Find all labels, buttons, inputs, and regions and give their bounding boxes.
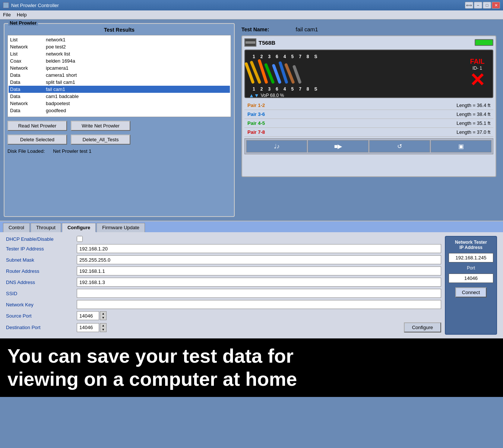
test-list-row[interactable]: Networkbadpoetest [9,100,230,107]
media-button[interactable]: ■▶ [308,140,368,152]
config-form: DHCP Enable/Disable Tester IP Address Su… [6,236,441,335]
read-net-prowler-button[interactable]: Read Net Prowler [7,121,67,131]
primary-buttons: Read Net Prowler Write Net Prowler [7,121,231,131]
app-icon [3,2,9,8]
pair-7-8-value: Length = 37.0 ft [456,129,490,135]
window-maximize-btn[interactable]: □ [483,2,491,9]
main-area: Net Prowler Test Results Listnetwork1Net… [0,19,503,221]
source-port-input[interactable] [77,311,99,320]
menu-file[interactable]: File [3,12,11,18]
test-list-row[interactable]: Datasplit fail cam1 [9,79,230,86]
ssid-input[interactable] [77,289,441,298]
dns-address-label: DNS Address [6,280,73,285]
arrows-icon: ▲▼ [249,92,259,98]
network-key-label: Network Key [6,302,73,307]
test-list-name: ipcamera1 [46,65,69,71]
source-port-spinner: ▲ ▼ [77,311,107,320]
test-list-type: Data [10,108,40,113]
source-port-up[interactable]: ▲ [100,312,106,316]
disk-file-info: Disk File Loaded: Net Prowler test 1 [7,148,231,154]
test-list-name: goodfeed [46,108,66,113]
test-list-type: Data [10,86,40,92]
save-button[interactable]: ▣ [431,140,491,152]
test-list-type: Network [10,101,40,106]
bottom-overlay-text: You can save your test data for viewing … [0,338,503,397]
window-back-btn[interactable]: ⟺ [465,2,473,9]
net-prowler-panel: Net Prowler Test Results Listnetwork1Net… [4,23,235,217]
test-name-value: fail cam1 [296,26,318,32]
test-list-row[interactable]: Listnetwork1 [9,36,230,43]
source-port-down[interactable]: ▼ [100,316,106,320]
test-list-row[interactable]: Datacam1 badcable [9,93,230,100]
test-list-row[interactable]: Coaxbelden 1694a [9,57,230,64]
test-list-row[interactable]: Networkipcamera1 [9,64,230,72]
test-list-type: Network [10,65,40,71]
test-list-row[interactable]: Datacamera1 short [9,72,230,79]
tabs-bar: Control Throuput Configure Firmware Upda… [0,221,503,232]
window-title: Net Prowler Controller [11,3,59,8]
configure-button[interactable]: Configure [404,322,441,332]
battery-indicator [475,39,493,46]
test-list-row[interactable]: Networkpoe test2 [9,43,230,50]
test-list-type: Network [10,44,40,50]
device-type: T568B [244,38,275,47]
pair-1-2-row: Pair 1-2 Length = 36.4 ft [244,101,493,110]
router-address-input[interactable] [77,266,441,275]
device-header: T568B [244,38,493,47]
menu-help[interactable]: Help [17,12,27,18]
pair-3-6-value: Length = 38.4 ft [456,111,490,117]
window-minimize-btn[interactable]: − [474,2,482,9]
refresh-button[interactable]: ↺ [369,140,430,152]
test-list-row[interactable]: Datagoodfeed [9,107,230,114]
delete-selected-button[interactable]: Delete Selected [7,135,67,145]
source-port-row: Source Port ▲ ▼ [6,311,441,320]
tester-ip-input[interactable] [77,244,441,253]
destination-port-down[interactable]: ▼ [100,328,106,332]
test-display-panel: Test Name: fail cam1 T568B 1 2 [238,23,499,217]
subnet-mask-input[interactable] [77,255,441,264]
dhcp-row: DHCP Enable/Disable [6,236,441,242]
test-list-row[interactable]: Datafail cam1 [9,86,230,93]
disk-file-label: Disk File Loaded: [7,148,45,154]
pin-numbers-bottom: 1 2 3 6 4 5 7 8 S [249,86,489,92]
test-list-row[interactable]: Listnetwork list [9,50,230,57]
test-list-name: split fail cam1 [46,79,75,85]
test-list-name: camera1 short [46,72,77,78]
source-port-arrows: ▲ ▼ [100,311,107,320]
right-panel: Network Tester IP Address 192.168.1.245 … [445,236,497,335]
test-list[interactable]: Listnetwork1Networkpoe test2Listnetwork … [7,35,231,117]
port-value: 14046 [449,274,493,283]
pair-7-8-row: Pair 7-8 Length = 37.0 ft [244,128,493,137]
test-list-name: belden 1694a [46,58,75,64]
tab-firmware-update[interactable]: Firmware Update [97,223,145,232]
connect-button[interactable]: Connect [455,287,487,297]
test-list-name: network1 [46,37,66,42]
write-net-prowler-button[interactable]: Write Net Prowler [71,121,130,131]
window-close-btn[interactable]: ✕ [492,2,500,9]
secondary-buttons: Delete Selected Delete_All_Tests [7,135,231,145]
pair-3-6-row: Pair 3-6 Length = 38.4 ft [244,110,493,119]
pair-4-5-row: Pair 4-5 Length = 35.1 ft [244,119,493,128]
dhcp-checkbox[interactable] [77,236,83,242]
test-results-label: Test Results [7,27,231,33]
bottom-section: Control Throuput Configure Firmware Upda… [0,221,503,338]
fail-text: FAIL [469,58,485,66]
pair-1-2-value: Length = 36.4 ft [456,102,490,108]
test-list-name: poe test2 [46,44,66,50]
cable-diagram: 1 2 3 6 4 5 7 8 S [244,50,493,98]
music-button[interactable]: ♩♪ [246,140,307,152]
router-address-row: Router Address [6,266,441,275]
test-name-row: Test Name: fail cam1 [241,26,496,32]
destination-port-input[interactable] [77,323,99,332]
destination-port-up[interactable]: ▲ [100,324,106,328]
dns-address-input[interactable] [77,278,441,287]
network-tester-ip-label: Network Tester IP Address [455,240,487,250]
delete-all-tests-button[interactable]: Delete_All_Tests [71,135,130,145]
tab-configure[interactable]: Configure [62,223,96,232]
tab-throuput[interactable]: Throuput [31,223,61,232]
tester-ip-row: Tester IP Address [6,244,441,253]
ssid-row: SSID [6,289,441,298]
test-name-label: Test Name: [241,26,269,32]
network-key-input[interactable] [77,300,441,309]
tab-control[interactable]: Control [3,223,30,232]
